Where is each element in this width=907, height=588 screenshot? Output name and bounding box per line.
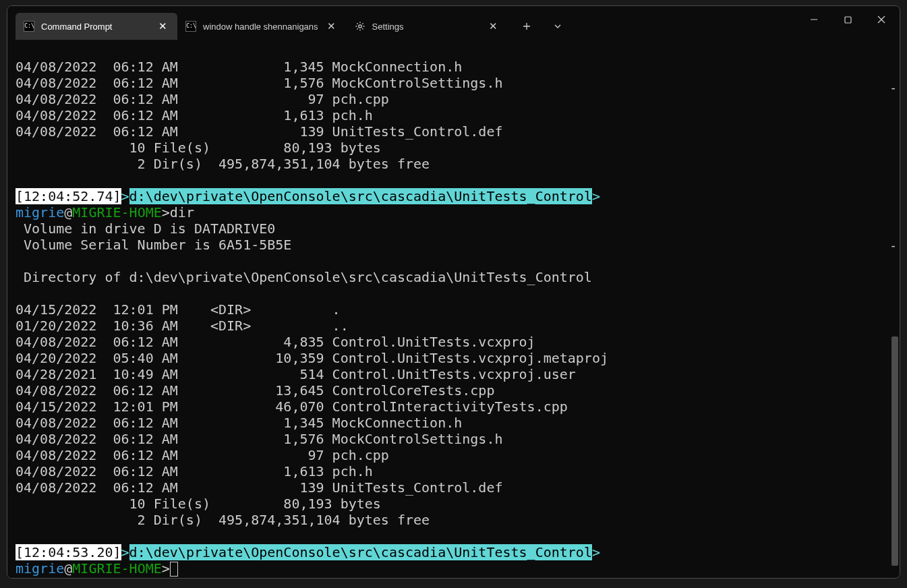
- prompt-command: dir: [170, 204, 194, 220]
- prompt-user: migrie: [16, 204, 64, 220]
- scrollbar-thumb[interactable]: [891, 336, 898, 566]
- terminal-line: 04/08/2022 06:12 AM 97 pch.cpp: [16, 91, 389, 107]
- terminal-line: 04/08/2022 06:12 AM 4,835 Control.UnitTe…: [16, 334, 535, 350]
- prompt-line-1: [12:04:52.74]>d:\dev\private\OpenConsole…: [16, 188, 600, 204]
- prompt-time: [12:04:53.20]: [16, 544, 121, 560]
- terminal-line: 04/08/2022 06:12 AM 1,345 MockConnection…: [16, 415, 462, 431]
- gear-icon: [355, 21, 365, 32]
- terminal-line: 04/08/2022 06:12 AM 97 pch.cpp: [16, 447, 389, 463]
- terminal-window: C:\ Command Prompt ✕ C:\ window handle s…: [7, 5, 900, 579]
- terminal-line: Volume in drive D is DATADRIVE0: [16, 220, 275, 237]
- maximize-button[interactable]: [831, 6, 865, 33]
- cmd-icon: C:\: [24, 21, 34, 32]
- window-controls: [797, 6, 900, 33]
- cursor: [170, 562, 178, 577]
- tab-window-handle[interactable]: C:\ window handle shennanigans ✕: [177, 13, 347, 40]
- terminal-viewport[interactable]: 04/08/2022 06:12 AM 1,345 MockConnection…: [7, 40, 900, 578]
- terminal-line: 10 File(s) 80,193 bytes: [16, 140, 381, 156]
- minimize-button[interactable]: [797, 6, 831, 33]
- terminal-line: 04/08/2022 06:12 AM 1,613 pch.h: [16, 107, 373, 123]
- prompt-line-2: migrie@MIGRIE-HOME>dir: [16, 204, 194, 220]
- prompt-angle: >: [592, 188, 600, 204]
- close-window-button[interactable]: [865, 6, 898, 33]
- prompt-path: d:\dev\private\OpenConsole\src\cascadia\…: [129, 544, 592, 560]
- terminal-line: 04/08/2022 06:12 AM 139 UnitTests_Contro…: [16, 479, 502, 496]
- prompt-angle: >: [121, 188, 129, 204]
- scrollbar[interactable]: [890, 40, 900, 578]
- terminal-line: 04/08/2022 06:12 AM 1,576 MockControlSet…: [16, 75, 502, 91]
- tab-label: window handle shennanigans: [203, 22, 318, 32]
- tab-dropdown-button[interactable]: [542, 13, 573, 40]
- close-icon[interactable]: ✕: [156, 20, 169, 32]
- terminal-line: 04/08/2022 06:12 AM 1,576 MockControlSet…: [16, 431, 502, 447]
- tab-label: Command Prompt: [41, 22, 149, 32]
- tab-strip: C:\ Command Prompt ✕ C:\ window handle s…: [7, 13, 508, 40]
- prompt-host: MIGRIE-HOME: [72, 204, 161, 220]
- terminal-line: 04/20/2022 05:40 AM 10,359 Control.UnitT…: [16, 350, 608, 366]
- terminal-line: 04/08/2022 06:12 AM 1,613 pch.h: [16, 463, 373, 479]
- prompt-line-1: [12:04:53.20]>d:\dev\private\OpenConsole…: [16, 544, 600, 560]
- terminal-line: 04/15/2022 12:01 PM <DIR> .: [16, 301, 341, 318]
- svg-point-0: [358, 25, 361, 28]
- svg-rect-1: [845, 17, 851, 23]
- terminal-line: 04/08/2022 06:12 AM 13,645 ControlCoreTe…: [16, 382, 494, 399]
- new-tab-button[interactable]: [511, 13, 542, 40]
- prompt-path: d:\dev\private\OpenConsole\src\cascadia\…: [129, 188, 592, 204]
- terminal-line: 2 Dir(s) 495,874,351,104 bytes free: [16, 512, 430, 528]
- close-icon[interactable]: ✕: [487, 20, 500, 32]
- terminal-line: 2 Dir(s) 495,874,351,104 bytes free: [16, 156, 430, 172]
- terminal-line: Directory of d:\dev\private\OpenConsole\…: [16, 269, 592, 285]
- prompt-time: [12:04:52.74]: [16, 188, 121, 204]
- tab-label: Settings: [372, 22, 480, 32]
- cmd-icon: C:\: [185, 21, 196, 32]
- prompt-line-2: migrie@MIGRIE-HOME>: [16, 560, 178, 577]
- terminal-line: 01/20/2022 10:36 AM <DIR> ..: [16, 318, 349, 334]
- titlebar: C:\ Command Prompt ✕ C:\ window handle s…: [7, 6, 900, 40]
- terminal-line: 10 File(s) 80,193 bytes: [16, 496, 381, 512]
- tab-settings[interactable]: Settings ✕: [347, 13, 508, 40]
- terminal-line: 04/08/2022 06:12 AM 1,345 MockConnection…: [16, 59, 462, 75]
- terminal-line: 04/15/2022 12:01 PM 46,070 ControlIntera…: [16, 399, 568, 415]
- terminal-line: 04/08/2022 06:12 AM 139 UnitTests_Contro…: [16, 123, 502, 140]
- terminal-line: 04/28/2021 10:49 AM 514 Control.UnitTest…: [16, 366, 576, 382]
- close-icon[interactable]: ✕: [325, 20, 339, 32]
- tab-command-prompt[interactable]: C:\ Command Prompt ✕: [16, 13, 177, 40]
- terminal-line: Volume Serial Number is 6A51-5B5E: [16, 237, 291, 253]
